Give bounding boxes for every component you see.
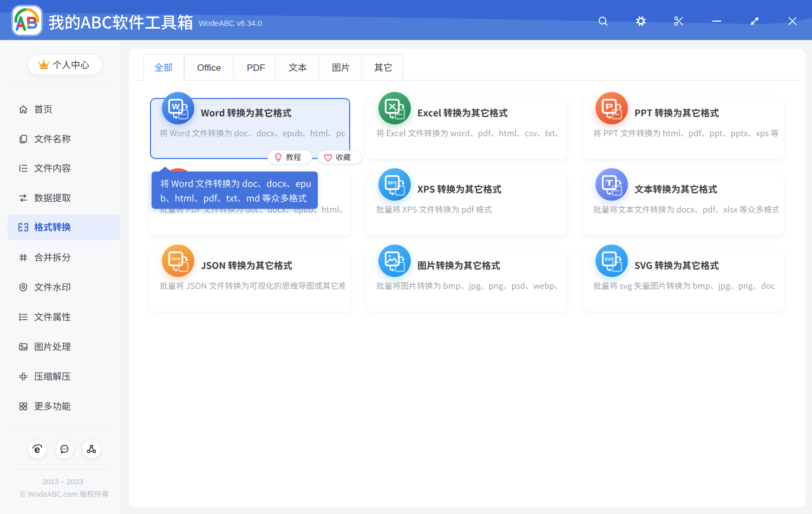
svg-text:XPS: XPS <box>388 181 397 186</box>
svg-text:JSON: JSON <box>171 257 181 261</box>
svg-text:P: P <box>606 102 613 111</box>
svg-text:W: W <box>172 102 180 111</box>
svg-text:X: X <box>389 102 396 111</box>
svg-text:SVG: SVG <box>605 257 614 262</box>
svg-text:T: T <box>606 178 613 187</box>
